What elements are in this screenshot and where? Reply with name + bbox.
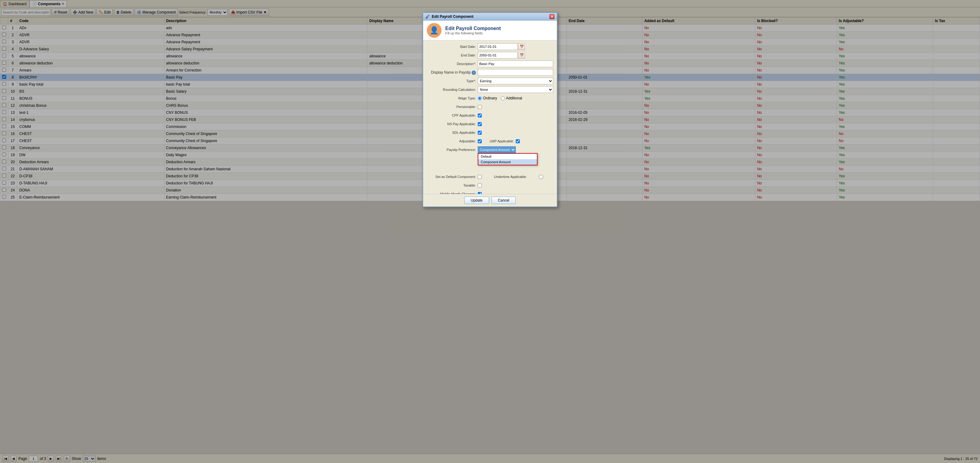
pensionable-checkbox[interactable]	[478, 105, 482, 109]
modal-title-text: Edit Payroll Component	[432, 14, 548, 19]
cpf-label: CPF Applicable:	[427, 113, 476, 117]
adjustable-checkbox[interactable]	[478, 139, 482, 143]
modal-body: Start Date: 📅 End Date: 📅 Description*:	[423, 40, 557, 194]
start-date-row: Start Date: 📅	[427, 43, 553, 50]
start-date-label: Start Date:	[427, 45, 476, 48]
default-undertime-group: Undertime Applicable:	[478, 175, 543, 179]
adjustable-lwp-row: Adjustable: LWP Applicable:	[427, 137, 553, 145]
payslip-select[interactable]: Component Amount Default	[478, 146, 516, 153]
additional-radio[interactable]	[501, 96, 505, 101]
taxable-row: Taxable:	[427, 182, 553, 189]
dropdown-item-component-amount[interactable]: Component Amount	[478, 159, 537, 165]
modal-title-bar: 🖊 Edit Payroll Component ✕	[423, 13, 557, 21]
sdl-checkbox[interactable]	[478, 131, 482, 135]
middle-month-row: Middle Month Changes:	[427, 190, 553, 194]
update-button[interactable]: Update	[464, 197, 489, 204]
description-row: Description*:	[427, 60, 553, 67]
modal-title-icon: 🖊	[426, 14, 430, 19]
default-component-label: Set as Default Component:	[427, 175, 476, 179]
display-name-input[interactable]	[478, 69, 553, 76]
adjustable-label: Adjustable:	[427, 139, 476, 143]
undertime-label: Undertime Applicable:	[494, 175, 527, 179]
additional-label: Additional	[506, 96, 522, 101]
rounding-row: Rounding Calculation: None Round Up Roun…	[427, 86, 553, 93]
wage-type-row: Wage Type: Ordinary Additional	[427, 94, 553, 102]
ns-checkbox[interactable]	[478, 122, 482, 126]
start-date-field: 📅	[478, 43, 525, 50]
ns-row: NS Pay Applicable:	[427, 120, 553, 128]
lwp-label: LWP Applicable:	[490, 139, 514, 143]
type-select[interactable]: Earning Deduction	[478, 78, 553, 85]
type-label: Type*:	[427, 79, 476, 83]
cpf-row: CPF Applicable:	[427, 112, 553, 119]
ordinary-label: Ordinary	[483, 96, 497, 101]
rounding-select[interactable]: None Round Up Round Down	[478, 86, 553, 93]
dropdown-item-default[interactable]: Default	[478, 154, 537, 159]
default-component-checkbox[interactable]	[478, 175, 482, 179]
rounding-label: Rounding Calculation:	[427, 88, 476, 91]
wage-type-radio-group: Ordinary Additional	[478, 96, 522, 101]
avatar: 👤	[427, 23, 442, 38]
modal-header-title: Edit Payroll Component	[445, 26, 501, 31]
middle-month-checkbox[interactable]	[478, 192, 482, 194]
pensionable-label: Pensionable:	[427, 105, 476, 109]
middle-month-label: Middle Month Changes:	[427, 192, 476, 194]
edit-payroll-modal: 🖊 Edit Payroll Component ✕ 👤 Edit Payrol…	[423, 12, 557, 207]
modal-close-button[interactable]: ✕	[549, 14, 554, 19]
ordinary-radio[interactable]	[478, 96, 482, 101]
end-date-input[interactable]	[478, 52, 518, 59]
taxable-label: Taxable:	[427, 184, 476, 187]
info-icon: i	[472, 70, 476, 75]
modal-header-sub: Fill up the following fields	[445, 31, 501, 35]
adjustable-lwp-group: LWP Applicable:	[478, 139, 520, 143]
modal-overlay: 🖊 Edit Payroll Component ✕ 👤 Edit Payrol…	[0, 0, 980, 454]
payslip-dropdown-popup: Default Component Amount	[478, 153, 538, 165]
additional-radio-label[interactable]: Additional	[501, 96, 522, 101]
type-row: Type*: Earning Deduction	[427, 77, 553, 85]
modal-header: 👤 Edit Payroll Component Fill up the fol…	[423, 21, 557, 40]
display-name-label: Display Name in Payslip i	[427, 70, 476, 75]
description-input[interactable]	[478, 61, 553, 67]
payslip-row: Payslip Preference: Component Amount Def…	[427, 146, 553, 153]
description-label: Description*:	[427, 62, 476, 65]
start-date-calendar-button[interactable]: 📅	[518, 43, 525, 50]
modal-footer: Update Cancel	[423, 194, 557, 206]
wage-type-label: Wage Type:	[427, 96, 476, 100]
sdl-row: SDL Applicable:	[427, 129, 553, 136]
payslip-select-wrapper: Component Amount Default Default Compone…	[478, 146, 553, 153]
lwp-checkbox[interactable]	[516, 139, 520, 143]
start-date-input[interactable]	[478, 43, 518, 50]
pensionable-row: Pensionable:	[427, 103, 553, 110]
end-date-calendar-button[interactable]: 📅	[518, 52, 525, 59]
cancel-button[interactable]: Cancel	[492, 197, 516, 204]
ordinary-radio-label[interactable]: Ordinary	[478, 96, 497, 101]
undertime-checkbox[interactable]	[539, 175, 543, 179]
cpf-checkbox[interactable]	[478, 113, 482, 118]
display-name-row: Display Name in Payslip i	[427, 69, 553, 76]
end-date-field: 📅	[478, 52, 525, 59]
default-component-row: Set as Default Component: Undertime Appl…	[427, 173, 553, 180]
end-date-row: End Date: 📅	[427, 51, 553, 59]
end-date-label: End Date:	[427, 53, 476, 57]
taxable-checkbox[interactable]	[478, 184, 482, 187]
payslip-label: Payslip Preference:	[427, 148, 476, 152]
ns-label: NS Pay Applicable:	[427, 122, 476, 126]
sdl-label: SDL Applicable:	[427, 131, 476, 134]
